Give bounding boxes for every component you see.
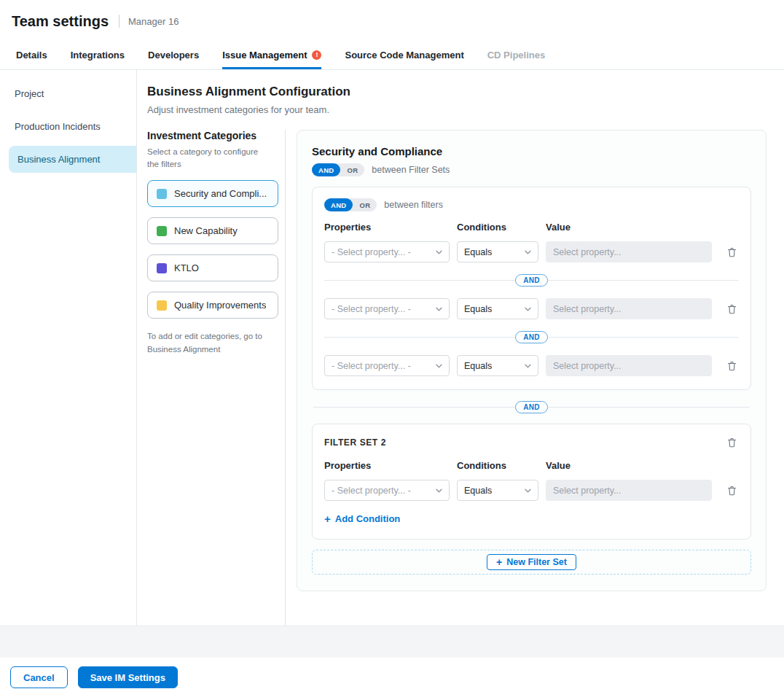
delete-condition-button[interactable] <box>725 359 739 373</box>
filter-row: - Select property... - Equals <box>324 355 739 376</box>
delete-condition-button[interactable] <box>725 302 739 316</box>
or-option[interactable]: OR <box>340 163 364 176</box>
column-headers: Properties Conditions Value <box>324 460 739 471</box>
delete-filter-set-button[interactable] <box>725 435 739 450</box>
delete-condition-button[interactable] <box>725 483 739 498</box>
and-pill: AND <box>515 401 548 413</box>
filters-config-column: Security and Compliance AND OR between F… <box>286 130 767 626</box>
settings-tabbar: Details Integrations Developers Issue Ma… <box>0 42 784 70</box>
chevron-down-icon <box>525 364 531 368</box>
page-title: Team settings <box>12 13 109 30</box>
filters-operator-row: AND OR between filters <box>324 198 739 211</box>
or-option[interactable]: OR <box>353 198 377 211</box>
connector-line <box>548 280 739 281</box>
trash-icon <box>727 486 737 496</box>
value-input[interactable] <box>546 298 712 319</box>
section-subtitle: Adjust investment categories for your te… <box>147 104 767 115</box>
selected-category-title: Security and Compliance <box>312 145 751 157</box>
save-im-settings-button[interactable]: Save IM Settings <box>78 666 178 688</box>
and-pill: AND <box>515 274 548 287</box>
between-filters-label: between filters <box>384 200 443 210</box>
tab-cd-pipelines: CD Pipelines <box>487 42 545 69</box>
connector-line <box>313 407 515 408</box>
chevron-down-icon <box>525 250 531 254</box>
sidebar-item-project[interactable]: Project <box>0 80 136 107</box>
filter-sets-operator-row: AND OR between Filter Sets <box>312 163 751 176</box>
new-filter-set-dropzone: + New Filter Set <box>312 550 751 575</box>
filter-set-1-card: AND OR between filters Properties Condit… <box>312 187 751 390</box>
condition-select[interactable]: Equals <box>457 241 538 262</box>
connector-line <box>324 337 515 338</box>
filter-set-2-card: FILTER SET 2 Properties Conditions Value <box>312 424 751 540</box>
filter-set-2-header: FILTER SET 2 <box>324 435 739 450</box>
value-header: Value <box>546 222 712 233</box>
trash-icon <box>727 437 737 448</box>
header-divider <box>119 15 119 28</box>
tab-integrations[interactable]: Integrations <box>71 42 125 69</box>
secondary-sidebar: Project Production Incidents Business Al… <box>0 70 137 626</box>
conditions-header: Conditions <box>457 222 538 233</box>
and-option[interactable]: AND <box>324 198 353 211</box>
chevron-down-icon <box>436 364 442 368</box>
chevron-down-icon <box>436 250 442 254</box>
category-new-capability[interactable]: New Capability <box>147 217 278 244</box>
plus-icon: + <box>324 513 331 524</box>
categories-title: Investment Categories <box>147 130 278 141</box>
property-select[interactable]: - Select property... - <box>324 298 450 319</box>
investment-categories-panel: Investment Categories Select a category … <box>147 130 278 626</box>
main-content: Business Alignment Configuration Adjust … <box>137 70 784 626</box>
and-connector-between-sets: AND <box>313 401 750 413</box>
value-input[interactable] <box>546 480 712 501</box>
property-select[interactable]: - Select property... - <box>324 480 450 501</box>
and-or-toggle: AND OR <box>324 198 377 211</box>
property-select[interactable]: - Select property... - <box>324 241 450 262</box>
new-filter-set-button[interactable]: + New Filter Set <box>487 554 576 570</box>
and-connector: AND <box>324 274 739 287</box>
and-or-toggle: AND OR <box>312 163 364 176</box>
property-select[interactable]: - Select property... - <box>324 355 450 376</box>
sidebar-item-business-alignment[interactable]: Business Alignment <box>9 146 136 173</box>
sidebar-item-production-incidents[interactable]: Production Incidents <box>0 113 136 140</box>
chevron-down-icon <box>525 307 531 311</box>
and-pill: AND <box>515 331 548 343</box>
column-headers: Properties Conditions Value <box>324 222 739 233</box>
condition-select[interactable]: Equals <box>457 355 538 376</box>
condition-select[interactable]: Equals <box>457 298 538 319</box>
filter-row: - Select property... - Equals <box>324 298 739 319</box>
categories-footnote: To add or edit categories, go to Busines… <box>147 330 270 356</box>
and-option[interactable]: AND <box>312 163 340 176</box>
bottom-spacer <box>0 626 784 658</box>
category-color-swatch <box>157 263 167 273</box>
cancel-button[interactable]: Cancel <box>10 666 68 688</box>
value-input[interactable] <box>546 241 712 262</box>
plus-icon: + <box>496 557 502 567</box>
properties-header: Properties <box>324 222 450 233</box>
condition-select[interactable]: Equals <box>457 480 538 501</box>
filter-row: - Select property... - Equals <box>324 480 739 501</box>
delete-condition-button[interactable] <box>725 245 739 260</box>
add-condition-button[interactable]: + Add Condition <box>324 513 400 524</box>
value-input[interactable] <box>546 355 712 376</box>
category-quality-improvements[interactable]: Quality Improvements <box>147 292 278 319</box>
config-row: Investment Categories Select a category … <box>147 130 767 626</box>
trash-icon <box>727 247 737 257</box>
category-ktlo[interactable]: KTLO <box>147 254 278 281</box>
tab-issue-management[interactable]: Issue Management ! <box>222 42 321 69</box>
tab-details[interactable]: Details <box>16 42 47 69</box>
category-color-swatch <box>157 300 167 311</box>
chevron-down-icon <box>525 488 531 493</box>
category-config-card: Security and Compliance AND OR between F… <box>297 130 767 591</box>
tab-source-code-management[interactable]: Source Code Management <box>345 42 463 69</box>
category-security-and-compliance[interactable]: Security and Compli... <box>147 180 278 207</box>
chevron-down-icon <box>436 488 442 493</box>
trash-icon <box>727 361 737 371</box>
team-settings-page: Team settings Manager 16 Details Integra… <box>0 0 784 697</box>
category-color-swatch <box>157 189 167 199</box>
warning-icon: ! <box>312 50 321 60</box>
tab-developers[interactable]: Developers <box>148 42 199 69</box>
action-footer: Cancel Save IM Settings <box>0 658 784 697</box>
between-filter-sets-label: between Filter Sets <box>372 165 450 175</box>
page-header: Team settings Manager 16 <box>0 0 784 42</box>
properties-header: Properties <box>324 460 450 471</box>
value-header: Value <box>546 460 712 471</box>
